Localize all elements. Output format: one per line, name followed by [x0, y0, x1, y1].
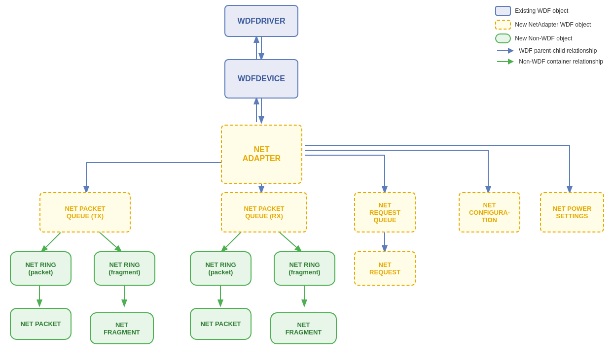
svg-line-17 — [279, 232, 301, 251]
node-net-packet-rx: NET PACKET — [190, 308, 252, 340]
legend-label-arrow-wdf: WDF parent-child relationship — [519, 47, 597, 54]
legend-item-arrow-wdf: WDF parent-child relationship — [495, 47, 603, 54]
node-net-packet-queue-rx: NET PACKET QUEUE (RX) — [221, 192, 307, 232]
legend-icon-netadapter — [495, 20, 511, 30]
node-net-configuration: NET CONFIGURA- TION — [459, 192, 520, 232]
legend-item-wdf: Existing WDF object — [495, 6, 603, 16]
node-wdfdevice: WDFDEVICE — [224, 59, 298, 99]
legend-label-wdf: Existing WDF object — [515, 7, 568, 14]
legend-item-nonwdf: New Non-WDF object — [495, 33, 603, 43]
node-wdfdriver: WDFDRIVER — [224, 5, 298, 37]
legend-icon-arrow-nonwdf — [495, 58, 515, 65]
legend-icon-arrow-wdf — [495, 47, 515, 54]
legend-item-netadapter: New NetAdapter WDF object — [495, 20, 603, 30]
node-net-request-queue: NET REQUEST QUEUE — [354, 192, 416, 232]
node-net-ring-packet-tx: NET RING (packet) — [10, 251, 72, 286]
legend-icon-nonwdf — [495, 33, 511, 43]
legend-item-arrow-nonwdf: Non-WDF container relationship — [495, 58, 603, 65]
legend-icon-wdf — [495, 6, 511, 16]
node-net-ring-packet-rx: NET RING (packet) — [190, 251, 252, 286]
node-net-adapter: NET ADAPTER — [221, 125, 302, 184]
legend-label-arrow-nonwdf: Non-WDF container relationship — [519, 58, 603, 65]
diagram-container: WDFDRIVER WDFDEVICE NET ADAPTER NET PACK… — [0, 0, 613, 364]
legend: Existing WDF object New NetAdapter WDF o… — [495, 6, 603, 69]
node-net-fragment-tx: NET FRAGMENT — [90, 312, 154, 344]
legend-label-netadapter: New NetAdapter WDF object — [515, 21, 591, 28]
node-net-ring-fragment-rx: NET RING (fragment) — [274, 251, 335, 286]
node-net-ring-fragment-tx: NET RING (fragment) — [94, 251, 155, 286]
svg-line-16 — [222, 232, 242, 251]
svg-line-15 — [99, 232, 121, 251]
node-net-fragment-rx: NET FRAGMENT — [270, 312, 337, 344]
node-net-packet-queue-tx: NET PACKET QUEUE (TX) — [39, 192, 131, 232]
node-net-request: NET REQUEST — [354, 251, 416, 286]
svg-line-14 — [42, 232, 62, 251]
node-net-packet-tx: NET PACKET — [10, 308, 72, 340]
legend-label-nonwdf: New Non-WDF object — [515, 35, 572, 42]
node-net-power-settings: NET POWER SETTINGS — [540, 192, 604, 232]
